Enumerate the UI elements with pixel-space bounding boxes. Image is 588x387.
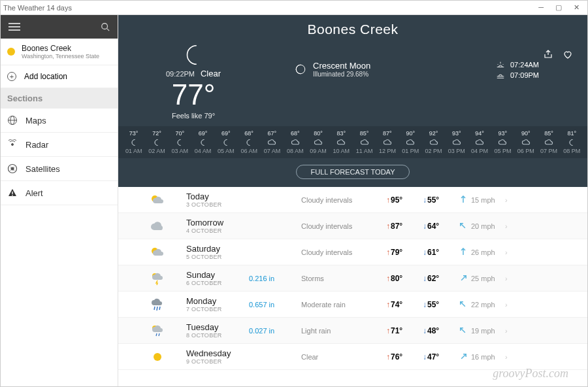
- sunrise-icon: [496, 61, 505, 69]
- day-condition: Moderate rain: [301, 301, 386, 309]
- sidebar: Boones Creek Washington, Tennessee State…: [1, 15, 118, 387]
- moon-icon: [181, 42, 206, 67]
- hour-cell[interactable]: 93°05 PM: [491, 130, 514, 154]
- menu-icon[interactable]: [8, 23, 20, 31]
- hour-temp: 90°: [514, 130, 537, 137]
- hour-time: 05 PM: [491, 148, 514, 154]
- moon-column: Crescent Moon Illuminated 29.68%: [269, 61, 496, 78]
- sidebar-item-alert[interactable]: Alert: [1, 181, 118, 205]
- hour-temp: 83°: [330, 130, 353, 137]
- close-button[interactable]: ✕: [574, 3, 580, 12]
- day-low: ↓55°: [423, 195, 459, 205]
- hour-cell[interactable]: 69°05 AM: [214, 130, 237, 154]
- hour-cell[interactable]: 67°07 AM: [261, 130, 284, 154]
- day-precip: 0.027 in: [249, 327, 301, 335]
- svg-line-19: [156, 333, 157, 336]
- chevron-right-icon: ›: [505, 327, 508, 335]
- day-row[interactable]: Tuesday8 OCTOBER0.027 inLight rain↑71°↓4…: [118, 318, 587, 344]
- day-lrain-icon: [144, 324, 171, 338]
- favorite-icon[interactable]: [563, 49, 573, 59]
- hour-temp: 72°: [145, 130, 168, 137]
- day-row[interactable]: Today3 OCTOBERCloudy intervals↑95°↓55°15…: [118, 187, 587, 213]
- day-row[interactable]: Saturday5 OCTOBERCloudy intervals↑79°↓61…: [118, 239, 587, 265]
- hour-cell[interactable]: 81°08 PM: [561, 130, 583, 154]
- sidebar-item-maps[interactable]: Maps: [1, 109, 118, 133]
- hour-time: 03 AM: [169, 148, 191, 154]
- share-icon[interactable]: [543, 49, 553, 59]
- hour-cell[interactable]: 90°01 PM: [399, 130, 422, 154]
- hour-temp: 67°: [261, 130, 284, 137]
- alert-icon: [7, 188, 18, 198]
- hour-cloud-icon: [445, 138, 468, 147]
- hour-moon-icon: [237, 138, 260, 147]
- hour-time: 11 AM: [353, 148, 376, 154]
- hour-time: 06 AM: [237, 148, 260, 154]
- svg-point-5: [12, 144, 14, 146]
- hour-cell[interactable]: 94°04 PM: [468, 130, 491, 154]
- hour-cell[interactable]: 90°06 PM: [514, 130, 537, 154]
- hour-cell[interactable]: 68°06 AM: [237, 130, 260, 154]
- svg-point-21: [154, 353, 161, 361]
- hour-time: 06 PM: [514, 148, 537, 154]
- day-high: ↑79°: [386, 248, 423, 257]
- chevron-right-icon: ›: [505, 222, 508, 230]
- day-low: ↓48°: [423, 326, 459, 335]
- hour-time: 09 AM: [306, 148, 329, 154]
- day-low: ↓61°: [423, 248, 459, 257]
- moon-name: Crescent Moon: [313, 61, 370, 71]
- day-condition: Storms: [301, 275, 386, 282]
- sunset-time: 07:09PM: [510, 71, 539, 79]
- day-date: 4 OCTOBER: [186, 227, 249, 234]
- hour-cell[interactable]: 85°07 PM: [537, 130, 560, 154]
- sidebar-item-label: Radar: [25, 140, 48, 150]
- hour-cell[interactable]: 80°09 AM: [306, 130, 329, 154]
- hour-temp: 69°: [191, 130, 214, 137]
- svg-line-17: [159, 307, 160, 310]
- hour-cell[interactable]: 93°03 PM: [445, 130, 468, 154]
- day-rain-icon: [144, 297, 171, 312]
- hour-cell[interactable]: 70°03 AM: [169, 130, 191, 154]
- sidebar-item-satellites[interactable]: Satellites: [1, 157, 118, 181]
- hour-cell[interactable]: 69°04 AM: [191, 130, 214, 154]
- svg-point-7: [11, 167, 14, 170]
- hour-cell[interactable]: 73°01 AM: [122, 130, 145, 154]
- day-row[interactable]: Tomorrow4 OCTOBERCloudy intervals↑87°↓64…: [118, 213, 587, 239]
- search-icon[interactable]: [101, 22, 110, 31]
- hour-temp: 68°: [237, 130, 260, 137]
- sidebar-item-radar[interactable]: Radar: [1, 133, 118, 157]
- hour-cell[interactable]: 72°02 AM: [145, 130, 168, 154]
- hour-temp: 90°: [399, 130, 422, 137]
- maximize-button[interactable]: ▢: [555, 3, 562, 12]
- chevron-right-icon: ›: [505, 248, 508, 256]
- day-date: 7 OCTOBER: [186, 306, 249, 312]
- sidebar-item-label: Satellites: [25, 164, 60, 174]
- feels-like: Feels like 79°: [118, 112, 269, 120]
- svg-point-0: [102, 24, 108, 29]
- hour-temp: 81°: [561, 130, 583, 137]
- crescent-moon-icon: [295, 63, 306, 75]
- hour-cell[interactable]: 87°12 PM: [376, 130, 399, 154]
- day-date: 6 OCTOBER: [186, 280, 249, 286]
- moon-illum: Illuminated 29.68%: [313, 71, 370, 78]
- minimize-button[interactable]: ─: [538, 3, 544, 12]
- chevron-right-icon: ›: [505, 353, 508, 361]
- sunrise-time: 07:24AM: [510, 61, 539, 69]
- hour-cell[interactable]: 92°02 PM: [422, 130, 445, 154]
- location-row[interactable]: Boones Creek Washington, Tennessee State: [1, 39, 118, 65]
- hourly-strip[interactable]: 73°01 AM72°02 AM70°03 AM69°04 AM69°05 AM…: [118, 126, 587, 158]
- full-forecast-button[interactable]: FULL FORECAST TODAY: [296, 165, 410, 179]
- current-time: 09:22PM: [166, 70, 195, 78]
- hour-cell[interactable]: 68°08 AM: [284, 130, 306, 154]
- day-sun-icon: [144, 350, 171, 364]
- add-location-button[interactable]: + Add location: [1, 65, 118, 88]
- day-row[interactable]: Wednesday9 OCTOBERClear↑76°↓47°16 mph›: [118, 344, 587, 370]
- hour-temp: 85°: [537, 130, 560, 137]
- hour-temp: 80°: [306, 130, 329, 137]
- day-row[interactable]: Sunday6 OCTOBER0.216 inStorms↑80°↓62°25 …: [118, 265, 587, 292]
- hour-time: 04 AM: [191, 148, 214, 154]
- hour-time: 02 AM: [145, 148, 168, 154]
- hour-cell[interactable]: 85°11 AM: [353, 130, 376, 154]
- day-row[interactable]: Monday7 OCTOBER0.657 inModerate rain↑74°…: [118, 292, 587, 318]
- svg-rect-8: [12, 192, 12, 194]
- hour-cell[interactable]: 83°10 AM: [330, 130, 353, 154]
